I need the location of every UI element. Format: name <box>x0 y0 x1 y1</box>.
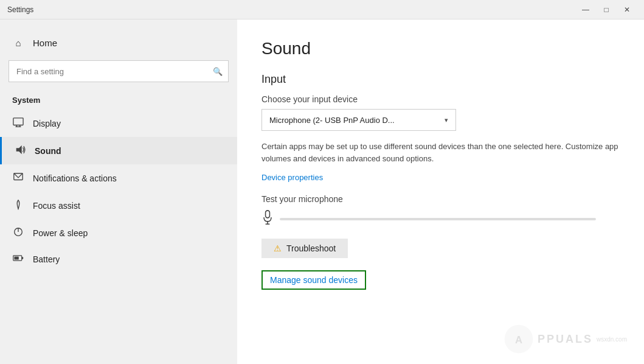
sidebar-item-home[interactable]: ⌂ Home <box>0 32 237 54</box>
troubleshoot-label: Troubleshoot <box>286 243 336 253</box>
sidebar-item-focus[interactable]: Focus assist <box>0 192 237 219</box>
sound-icon <box>14 144 26 157</box>
svg-rect-10 <box>14 257 18 260</box>
sidebar-item-sound[interactable]: Sound <box>0 137 237 164</box>
info-text: Certain apps may be set up to use differ… <box>261 141 620 164</box>
chevron-down-icon: ▾ <box>445 116 448 124</box>
warning-icon: ⚠ <box>274 243 282 253</box>
svg-point-14 <box>505 325 533 354</box>
main-content: Sound Input Choose your input device Mic… <box>237 19 644 309</box>
troubleshoot-section: ⚠ Troubleshoot <box>261 239 620 270</box>
microphone-icon <box>261 210 274 228</box>
sidebar-item-power[interactable]: Power & sleep <box>0 219 237 247</box>
sidebar-section-title: System <box>0 92 237 110</box>
sidebar-battery-label: Battery <box>33 254 60 264</box>
troubleshoot-button[interactable]: ⚠ Troubleshoot <box>261 239 348 258</box>
mic-bar-row <box>261 210 620 228</box>
search-field-wrapper: 🔍 <box>9 60 229 82</box>
input-section-title: Input <box>261 73 620 86</box>
home-icon: ⌂ <box>12 38 24 48</box>
power-icon <box>12 226 24 239</box>
svg-rect-11 <box>266 211 270 218</box>
battery-icon <box>12 254 24 264</box>
close-button[interactable]: ✕ <box>617 3 637 16</box>
dropdown-selected-value: Microphone (2- USB PnP Audio D... <box>269 116 395 125</box>
manage-devices-wrapper: Manage sound devices <box>261 270 620 290</box>
notifications-icon <box>12 172 24 184</box>
input-device-dropdown-wrapper: Microphone (2- USB PnP Audio D... ▾ <box>261 109 620 131</box>
display-icon <box>12 117 24 130</box>
sidebar-power-label: Power & sleep <box>33 228 88 238</box>
device-properties-link[interactable]: Device properties <box>261 173 323 182</box>
svg-text:A: A <box>515 334 522 346</box>
sidebar-home-label: Home <box>33 38 57 48</box>
test-mic-label: Test your microphone <box>261 194 620 204</box>
sidebar-notifications-label: Notifications & actions <box>33 173 117 183</box>
sidebar-focus-label: Focus assist <box>33 201 80 211</box>
app-title: Settings <box>7 5 33 14</box>
page-title: Sound <box>261 39 620 58</box>
sidebar-item-notifications[interactable]: Notifications & actions <box>0 164 237 192</box>
minimize-button[interactable]: — <box>576 3 595 16</box>
search-input[interactable] <box>9 60 229 82</box>
app-body: ⌂ Home 🔍 System Display <box>0 19 644 364</box>
input-device-dropdown[interactable]: Microphone (2- USB PnP Audio D... ▾ <box>261 109 456 131</box>
maximize-button[interactable]: □ <box>597 3 616 16</box>
sidebar-display-label: Display <box>33 119 61 128</box>
sidebar-item-battery[interactable]: Battery <box>0 247 237 271</box>
window-controls: — □ ✕ <box>576 3 637 16</box>
svg-rect-9 <box>22 257 23 259</box>
sidebar-item-display[interactable]: Display <box>0 110 237 137</box>
manage-sound-devices-link[interactable]: Manage sound devices <box>261 270 366 290</box>
choose-device-label: Choose your input device <box>261 94 620 104</box>
svg-marker-4 <box>16 145 22 154</box>
title-bar: Settings — □ ✕ <box>0 0 644 19</box>
mic-level-track <box>280 218 596 220</box>
focus-icon <box>12 199 24 212</box>
sidebar-sound-label: Sound <box>35 146 61 156</box>
content-wrapper: Sound Input Choose your input device Mic… <box>237 19 644 364</box>
sidebar: ⌂ Home 🔍 System Display <box>0 19 237 364</box>
watermark: A PPUALS wsxdn.com <box>504 324 627 354</box>
svg-rect-0 <box>13 118 23 125</box>
